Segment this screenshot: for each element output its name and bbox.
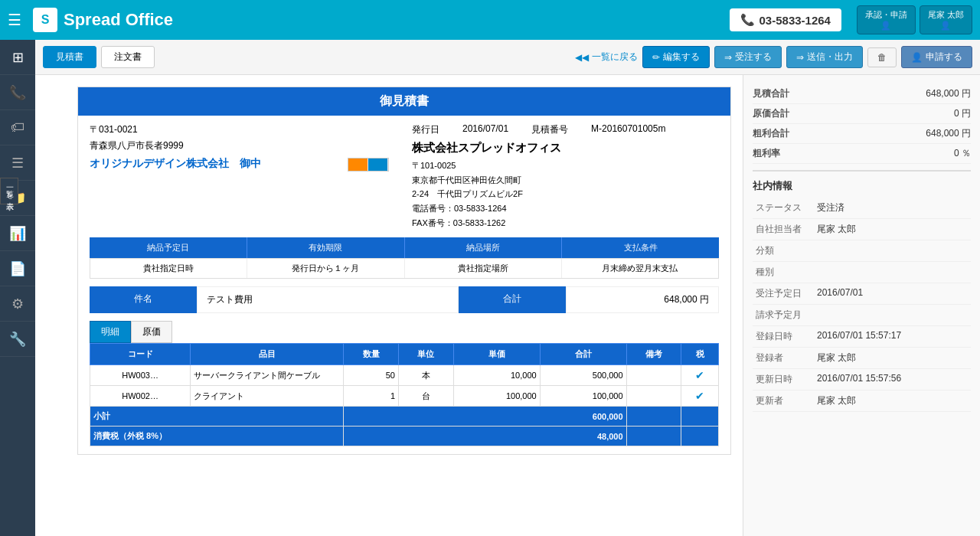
gross-profit-label: 粗利合計 <box>753 127 789 140</box>
back-button[interactable]: ◀◀ 一覧に戻る <box>575 51 638 64</box>
item1-note <box>626 365 681 386</box>
updated-at-row: 更新日時 2016/07/01 15:57:56 <box>753 369 971 391</box>
send-icon: ⇒ <box>796 52 804 63</box>
item2-name: クライアント <box>191 386 344 407</box>
recipient-address: 青森県八戸市長者9999 <box>90 139 397 152</box>
item1-total: 500,000 <box>540 365 626 386</box>
table-header-row: コード 品目 数量 単位 単価 合計 備考 税 <box>90 344 719 365</box>
sidebar-item-settings[interactable]: ⚙ <box>0 286 35 322</box>
item-name-value: テスト費用 <box>197 286 459 313</box>
delivery-header-row: 納品予定日 有効期限 納品場所 支払条件 <box>90 237 719 258</box>
company-name: 株式会社スプレッドオフィス <box>412 141 719 155</box>
created-at-row: 登録日時 2016/07/01 15:57:17 <box>753 326 971 348</box>
tab-estimate[interactable]: 見積書 <box>43 46 96 68</box>
item1-qty: 50 <box>344 365 399 386</box>
section-divider <box>753 170 971 172</box>
sidebar-item-tools[interactable]: 🔧 <box>0 322 35 357</box>
line-item-row-1[interactable]: HW003… サーバークライアント間ケーブル 50 本 10,000 500,0… <box>90 365 719 386</box>
detail-tab-items[interactable]: 明細 <box>90 321 131 343</box>
approval-icon: 👤 <box>865 21 907 31</box>
item2-code: HW002… <box>90 386 191 407</box>
internal-info-table: ステータス 受注済 自社担当者 尾家 太郎 分類 種別 <box>753 198 971 412</box>
delete-button[interactable]: 🗑 <box>867 47 897 67</box>
billing-month-value <box>814 305 971 326</box>
updated-at-value: 2016/07/01 15:57:56 <box>814 369 971 391</box>
created-at-label: 登録日時 <box>753 326 814 348</box>
delivery-date-header: 納品予定日 <box>90 237 247 258</box>
request-button[interactable]: 👤 申請する <box>901 46 972 68</box>
recipient-section: 〒031-0021 青森県八戸市長者9999 オリジナルデザイン株式会社 御中 <box>90 123 397 230</box>
cost-total-row: 原価合計 0 円 <box>753 104 971 124</box>
back-arrow: ◀◀ <box>575 52 589 63</box>
sidebar-item-tag[interactable]: 🏷 <box>0 110 35 145</box>
col-note: 備考 <box>626 344 681 365</box>
sidebar-item-home[interactable]: ⊞ <box>0 40 35 75</box>
payment-value: 月末締め翌月末支払 <box>562 259 718 278</box>
gross-profit-row: 粗利合計 648,000 円 <box>753 124 971 144</box>
gross-margin-value: 0 ％ <box>954 147 971 160</box>
item-summary: 件名 テスト費用 合計 648,000 円 <box>90 286 719 313</box>
item1-unit-price: 10,000 <box>453 365 540 386</box>
company-phone: 電話番号：03-5833-1264 <box>412 201 719 216</box>
item1-code: HW003… <box>90 365 191 386</box>
manager-label: 自社担当者 <box>753 219 814 240</box>
company-fax: FAX番号：03-5833-1262 <box>412 216 719 230</box>
line-items-table: コード 品目 数量 単位 単価 合計 備考 税 <box>90 343 719 446</box>
line-item-row-2[interactable]: HW002… クライアント 1 台 100,000 100,000 ✔ <box>90 386 719 407</box>
order-button[interactable]: ⇒ 受注する <box>714 46 782 68</box>
tab-order[interactable]: 注文書 <box>101 46 155 68</box>
user-button[interactable]: 尾家 太郎 👤 <box>920 5 972 34</box>
col-qty: 数量 <box>344 344 399 365</box>
menu-icon[interactable]: ☰ <box>8 11 21 29</box>
item2-qty: 1 <box>344 386 399 407</box>
total-amount-value: 648,000 円 <box>566 286 719 313</box>
kind-label: 種別 <box>753 262 814 283</box>
toolbar: 見積書 注文書 ◀◀ 一覧に戻る ✏ 編集する ⇒ 受注する ⇒ 送信・出力 🗑 <box>35 40 980 75</box>
item2-unit: 台 <box>399 386 454 407</box>
sidebar-item-menu[interactable]: ☰ <box>0 145 35 181</box>
company-address1: 東京都千代田区神田佐久間町 <box>412 173 719 188</box>
sidebar: ⊞ 📞 🏷 ☰ 📁 📊 📄 ⚙ 🔧 一覧を表示 <box>0 40 35 536</box>
send-button[interactable]: ⇒ 送信・出力 <box>786 46 863 68</box>
approval-button[interactable]: 承認・申請 👤 <box>857 5 916 34</box>
sidebar-item-chart[interactable]: 📊 <box>0 216 35 251</box>
quote-number-label: 見積番号 <box>531 123 568 136</box>
col-item: 品目 <box>191 344 344 365</box>
user-name: 尾家 太郎 <box>928 9 964 21</box>
item1-tax: ✔ <box>681 365 719 386</box>
item1-name: サーバークライアント間ケーブル <box>191 365 344 386</box>
billing-month-label: 請求予定月 <box>753 305 814 326</box>
col-unit: 単位 <box>399 344 454 365</box>
validity-header: 有効期限 <box>247 237 405 258</box>
popup-tab-approved[interactable]: 承認済 <box>368 159 388 171</box>
status-row: ステータス 受注済 <box>753 198 971 219</box>
issued-date-value: 2016/07/01 <box>462 123 508 136</box>
sidebar-list-label[interactable]: 一覧を表示 <box>0 178 18 204</box>
item2-note <box>626 386 681 407</box>
edit-label: 編集する <box>663 51 700 64</box>
gross-profit-value: 648,000 円 <box>926 127 971 140</box>
detail-tab-cost[interactable]: 原価 <box>131 321 172 343</box>
phone-icon: 📞 <box>740 13 755 27</box>
sidebar-item-phone[interactable]: 📞 <box>0 75 35 110</box>
edit-button[interactable]: ✏ 編集する <box>642 46 710 68</box>
company-address: 〒101-0025 東京都千代田区神田佐久間町 2-24 千代田プリズムビル2F… <box>412 159 719 230</box>
quote-title: 御見積書 <box>78 87 730 116</box>
col-code: コード <box>90 344 191 365</box>
status-value: 受注済 <box>814 198 971 219</box>
internal-info-title: 社内情報 <box>753 179 971 193</box>
sidebar-item-document[interactable]: 📄 <box>0 251 35 286</box>
popup-tabs: 関連情報 承認済 <box>348 158 389 172</box>
logo-text: Spread Office <box>64 10 173 30</box>
cost-total-label: 原価合計 <box>753 107 789 120</box>
category-value <box>814 240 971 262</box>
logo: S Spread Office <box>33 8 722 32</box>
order-label: 受注する <box>735 51 772 64</box>
content-area: 見積書 注文書 ◀◀ 一覧に戻る ✏ 編集する ⇒ 受注する ⇒ 送信・出力 🗑 <box>35 40 980 536</box>
kind-value <box>814 262 971 283</box>
delivery-place-header: 納品場所 <box>405 237 563 258</box>
edit-icon: ✏ <box>652 52 660 63</box>
logo-icon: S <box>33 8 57 32</box>
popup-tab-related[interactable]: 関連情報 <box>348 159 368 171</box>
phone-number[interactable]: 📞 03-5833-1264 <box>730 8 841 31</box>
